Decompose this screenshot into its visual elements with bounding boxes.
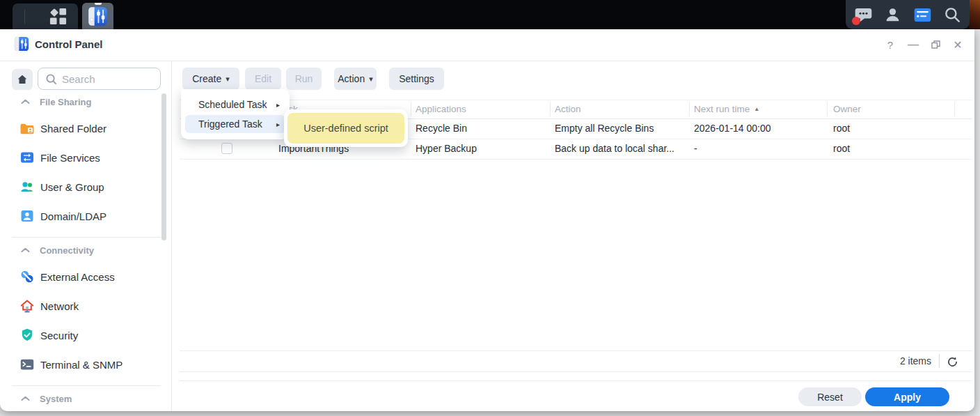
caret-down-icon: ▾ [226,75,230,84]
active-app-indicator [95,3,102,5]
create-dropdown-menu: Scheduled Task ▸ Triggered Task ▸ [181,89,290,139]
search-input[interactable] [62,73,152,85]
main-menu-button[interactable] [38,3,78,29]
sidebar-item-domain-ldap[interactable]: External Access Domain/LDAP [0,201,171,231]
edit-button[interactable]: Edit [245,68,281,90]
create-button[interactable]: Create ▾ [182,68,239,90]
cell-action: Empty all Recycle Bins [555,118,654,139]
widgets-button[interactable] [910,3,934,26]
submenu-arrow-icon: ▸ [276,101,280,109]
row-border [180,159,972,160]
cell-action: Back up data to local shar... [555,139,674,159]
sidebar-item-security[interactable]: Security [0,321,171,350]
taskbar-control-panel-button[interactable] [82,3,113,29]
sidebar-section-file-sharing[interactable]: File Sharing [0,93,171,110]
domain-ldap-icon [19,208,35,224]
menu-item-scheduled-task[interactable]: Scheduled Task ▸ [185,95,285,114]
chevron-up-icon [21,247,30,253]
sidebar-item-shared-folder[interactable]: Shared Folder [0,114,171,143]
network-icon [19,298,35,314]
desktop: { "colors": { "accent_blue": "#1779e8", … [0,0,980,416]
sidebar-section-system[interactable]: System [0,390,171,407]
footer-divider [180,380,972,381]
sidebar-content-divider [171,61,172,411]
search-icon [943,6,961,24]
apps-grid-icon [49,7,68,26]
chevron-up-icon [21,396,30,401]
sidebar-scrollbar[interactable] [161,93,166,240]
chevron-up-icon [21,99,30,105]
terminal-icon [19,357,35,372]
submenu-arrow-icon: ▸ [276,121,280,128]
action-button[interactable]: Action ▾ [334,68,377,90]
row-checkbox[interactable] [221,143,232,154]
sidebar-item-network[interactable]: Network [0,291,171,321]
notifications-button[interactable] [851,3,875,26]
status-bottom-border [180,371,972,372]
close-button[interactable]: ✕ [949,36,967,54]
search-icon [45,73,57,85]
column-header-next-run-time[interactable]: Next run time▲ [694,100,759,118]
external-access-icon [19,269,35,284]
refresh-button[interactable] [944,353,961,370]
sidebar-divider [12,385,161,386]
file-services-icon [19,150,35,165]
triggered-task-submenu: User-defined script [284,109,408,147]
security-shield-icon [19,328,35,343]
column-separator [689,102,690,116]
shared-folder-icon [19,121,35,136]
desktop-search-button[interactable] [940,3,964,26]
cell-owner: root [833,118,850,139]
desktop-taskbar [0,0,980,29]
caret-down-icon: ▾ [369,75,373,84]
home-icon [17,74,28,85]
menu-item-triggered-task[interactable]: Triggered Task ▸ [185,115,285,133]
settings-button[interactable]: Settings [389,68,444,90]
cell-owner: root [833,139,850,159]
help-button[interactable]: ? [881,36,899,54]
column-header-applications[interactable]: Applications [416,100,466,118]
apply-button[interactable]: Apply [865,387,949,406]
column-separator [411,102,411,116]
cell-applications: Recycle Bin [416,118,467,139]
user-icon [884,6,901,24]
run-button[interactable]: Run [286,68,322,90]
widgets-icon [913,6,932,24]
cell-next-run-time: - [694,139,697,159]
restore-icon [931,40,940,49]
taskbar-left-tray [13,3,78,29]
restore-button[interactable] [926,36,945,54]
control-panel-icon [88,6,108,26]
sidebar-item-file-services[interactable]: File Services [0,143,171,172]
taskbar-right-tray [846,0,970,29]
window-title: Control Panel [35,38,103,50]
sidebar-search [38,68,161,90]
sidebar-item-terminal-snmp[interactable]: Terminal & SNMP [0,350,171,379]
user-group-icon [19,179,35,194]
sidebar-item-user-group[interactable]: User & Group [0,172,171,201]
status-top-border [180,350,972,351]
column-separator [827,102,828,116]
cell-applications: Hyper Backup [416,139,477,159]
wallpaper-corner [969,0,980,29]
sidebar-section-connectivity[interactable]: Connectivity [0,242,171,259]
control-panel-window: Control Panel ? — ✕ File Sharing Shared … [0,29,974,411]
column-separator [550,102,551,116]
refresh-icon [947,356,958,368]
column-header-owner[interactable]: Owner [833,100,861,118]
cell-next-run-time: 2026-01-14 00:00 [694,118,771,139]
submenu-item-user-defined-script[interactable]: User-defined script [287,113,404,144]
column-header-action[interactable]: Action [555,100,581,118]
control-panel-icon [14,36,29,52]
sidebar-divider [12,237,161,238]
minimize-button[interactable]: — [904,36,922,54]
reset-button[interactable]: Reset [798,387,862,406]
column-separator [954,102,955,116]
items-count: 2 items [900,355,931,367]
user-menu-button[interactable] [881,3,905,26]
sort-ascending-icon: ▲ [754,106,759,112]
titlebar-divider [0,61,974,61]
sidebar-item-external-access[interactable]: External Access [0,262,171,291]
home-button[interactable] [12,69,33,90]
tray-divider [24,10,25,24]
